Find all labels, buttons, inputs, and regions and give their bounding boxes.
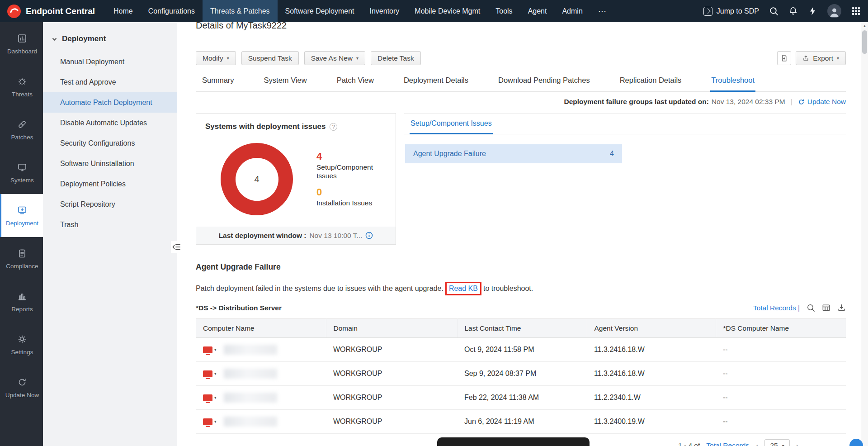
search-icon[interactable]: [769, 6, 778, 16]
submenu-item-trash[interactable]: Trash: [43, 214, 177, 235]
collapse-sidebar-icon[interactable]: [171, 241, 183, 253]
tab-system-view[interactable]: System View: [263, 72, 308, 91]
nav-item-software-deployment[interactable]: Software Deployment: [278, 0, 362, 22]
sidebar-item-deployment[interactable]: Deployment: [0, 194, 43, 237]
row-dropdown-caret-icon[interactable]: ▾: [214, 371, 217, 376]
delete-task-button[interactable]: Delete Task: [371, 51, 421, 65]
quick-actions-lightning-icon[interactable]: [808, 6, 817, 16]
pagination-total-records-link[interactable]: Total Records: [706, 441, 749, 446]
submenu-item-security-configurations[interactable]: Security Configurations: [43, 133, 177, 153]
tab-deployment-details[interactable]: Deployment Details: [403, 72, 469, 91]
search-icon[interactable]: [807, 304, 815, 312]
submenu-item-deployment-policies[interactable]: Deployment Policies: [43, 174, 177, 194]
threats-icon: [17, 76, 28, 87]
nav-item-mobile-device-mgmt[interactable]: Mobile Device Mgmt: [407, 0, 488, 22]
scrollbar-thumb[interactable]: [862, 30, 867, 54]
computer-icon[interactable]: [203, 346, 212, 353]
apps-grid-icon[interactable]: [851, 6, 861, 16]
nav-item-inventory[interactable]: Inventory: [362, 0, 407, 22]
top-nav: Endpoint Central Home Configurations Thr…: [0, 0, 868, 22]
sidebar-item-dashboard[interactable]: Dashboard: [0, 22, 43, 65]
computer-icon[interactable]: [203, 370, 212, 377]
page-size-select[interactable]: 25 ▾: [764, 439, 789, 446]
row-dropdown-caret-icon[interactable]: ▾: [214, 419, 217, 424]
nav-item-home[interactable]: Home: [106, 0, 141, 22]
help-icon[interactable]: ?: [330, 123, 337, 131]
systems-icon: [17, 162, 28, 173]
user-avatar[interactable]: [827, 4, 841, 18]
export-button[interactable]: Export ▾: [796, 51, 846, 65]
row-dropdown-caret-icon[interactable]: ▾: [214, 395, 217, 400]
pagination-range: 1 - 4 of: [678, 441, 700, 446]
dashboard-icon: [17, 33, 28, 44]
chevron-down-icon: ▾: [782, 443, 784, 446]
systems-table: Computer Name Domain Last Contact Time A…: [196, 318, 846, 434]
col-ds-computer-name[interactable]: *DS Computer Name: [716, 319, 846, 338]
nav-item-tools[interactable]: Tools: [488, 0, 520, 22]
nav-item-threats-patches[interactable]: Threats & Patches: [203, 0, 278, 22]
info-icon[interactable]: [365, 232, 373, 239]
cell-ds-computer: --: [716, 386, 846, 410]
read-kb-link[interactable]: Read KB: [449, 285, 478, 292]
tab-download-pending-patches[interactable]: Download Pending Patches: [497, 72, 591, 91]
col-agent-version[interactable]: Agent Version: [587, 319, 716, 338]
submenu-item-test-and-approve[interactable]: Test and Approve: [43, 72, 177, 92]
nav-item-admin[interactable]: Admin: [554, 0, 590, 22]
submenu-item-disable-automatic-updates[interactable]: Disable Automatic Updates: [43, 113, 177, 133]
endpoint-central-logo-icon: [7, 5, 21, 18]
suspend-task-button[interactable]: Suspend Task: [241, 51, 299, 65]
brand-name: Endpoint Central: [26, 6, 95, 16]
total-records-link[interactable]: Total Records |: [753, 304, 800, 312]
vertical-scrollbar[interactable]: ▲: [861, 22, 868, 446]
submenu-item-software-uninstallation[interactable]: Software Uninstallation: [43, 153, 177, 174]
task-actions: Modify ▾ Suspend Task Save As New ▾ Dele…: [196, 51, 846, 65]
export-file-icon[interactable]: [777, 51, 791, 65]
submenu-item-script-repository[interactable]: Script Repository: [43, 194, 177, 214]
sidebar-item-patches[interactable]: Patches: [0, 108, 43, 151]
refresh-icon: [798, 99, 805, 105]
submenu-header[interactable]: Deployment: [43, 22, 177, 52]
chevron-down-icon: ▾: [356, 56, 359, 61]
sidebar-item-update-now[interactable]: Update Now: [0, 366, 43, 409]
chevron-down-icon: ▾: [227, 56, 229, 61]
donut-total: 4: [236, 158, 278, 201]
col-domain[interactable]: Domain: [326, 319, 457, 338]
sidebar-item-threats[interactable]: Threats: [0, 65, 43, 108]
computer-icon[interactable]: [203, 418, 212, 425]
bottom-toast[interactable]: [437, 437, 590, 446]
submenu-item-automate-patch-deployment[interactable]: Automate Patch Deployment: [43, 92, 177, 113]
notifications-bell-icon[interactable]: [788, 6, 798, 16]
column-chooser-table-icon[interactable]: [822, 304, 830, 312]
col-computer-name[interactable]: Computer Name: [196, 319, 326, 338]
nav-item-agent[interactable]: Agent: [520, 0, 555, 22]
sidebar-item-reports[interactable]: Reports: [0, 280, 43, 323]
brand[interactable]: Endpoint Central: [0, 0, 106, 22]
sidebar-item-settings[interactable]: Settings: [0, 323, 43, 366]
modify-button[interactable]: Modify ▾: [196, 51, 236, 65]
download-icon[interactable]: [837, 304, 846, 312]
scrollbar-up-icon[interactable]: ▲: [861, 22, 868, 30]
main-content: Details of MyTask9222 Modify ▾ Suspend T…: [177, 22, 861, 446]
reports-icon: [17, 291, 28, 302]
tab-troubleshoot[interactable]: Troubleshoot: [710, 72, 755, 92]
computer-icon[interactable]: [203, 394, 212, 401]
tab-setup-component-issues[interactable]: Setup/Component Issues: [410, 114, 493, 134]
col-last-contact-time[interactable]: Last Contact Time: [457, 319, 587, 338]
pagination-prev-icon[interactable]: ‹: [755, 441, 758, 446]
divider: |: [791, 98, 793, 106]
nav-more-icon[interactable]: ⋯: [590, 0, 615, 22]
update-now-button[interactable]: Update Now: [798, 98, 846, 106]
tab-summary[interactable]: Summary: [201, 72, 235, 91]
tab-patch-view[interactable]: Patch View: [336, 72, 375, 91]
tab-replication-details[interactable]: Replication Details: [619, 72, 683, 91]
submenu-item-manual-deployment[interactable]: Manual Deployment: [43, 52, 177, 72]
sidebar-item-systems[interactable]: Systems: [0, 151, 43, 194]
cell-ds-computer: --: [716, 410, 846, 434]
jump-to-sdp-button[interactable]: Jump to SDP: [703, 7, 759, 16]
pagination-next-icon[interactable]: ›: [796, 441, 799, 446]
row-dropdown-caret-icon[interactable]: ▾: [214, 347, 217, 352]
nav-item-configurations[interactable]: Configurations: [141, 0, 203, 22]
sidebar-item-compliance[interactable]: Compliance: [0, 237, 43, 280]
issue-group-row[interactable]: Agent Upgrade Failure 4: [405, 144, 622, 163]
save-as-new-button[interactable]: Save As New ▾: [304, 51, 365, 65]
